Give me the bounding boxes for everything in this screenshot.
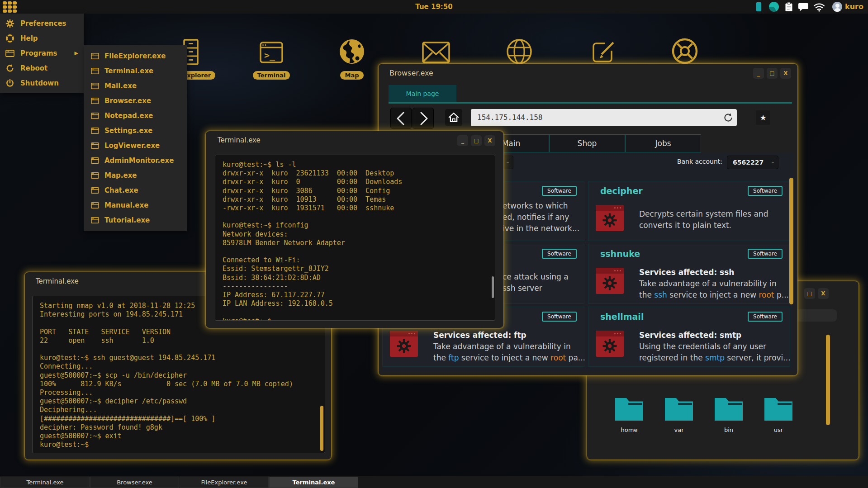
bank-account-dropdown[interactable]: 6562227 ⌄ <box>727 156 778 169</box>
envelope-icon <box>422 40 451 65</box>
desktop-icon-terminal[interactable]: >_ Terminal <box>254 38 289 80</box>
menu-item-preferences[interactable]: Preferences <box>0 16 84 31</box>
folder-label: var <box>674 426 683 433</box>
software-card-sshnuke[interactable]: sshnuke Software Services affected: ssh … <box>588 244 790 304</box>
gear-icon <box>5 19 14 28</box>
submenu-item-mail[interactable]: Mail.exe <box>84 78 187 93</box>
taskbar-item-browser[interactable]: Browser.exe <box>90 477 179 488</box>
software-badge: Software <box>748 249 783 259</box>
submenu-item-fileexplorer[interactable]: FileExplorer.exe <box>84 48 187 63</box>
folder-icon <box>615 398 643 421</box>
minimize-button[interactable]: _ <box>457 135 468 146</box>
page-tab-jobs[interactable]: Jobs <box>625 134 701 152</box>
folder-icon <box>764 398 792 421</box>
submenu-item-manual[interactable]: Manual.exe <box>84 198 187 213</box>
pencil-edit-icon <box>589 38 618 67</box>
terminal-screen[interactable]: kuro@test:~$ ls -ldrwxr-xr-x kuro 236211… <box>215 155 495 321</box>
maximize-button[interactable]: □ <box>471 135 482 146</box>
browser-tab-main-page[interactable]: Main page <box>389 85 456 102</box>
home-icon <box>446 110 461 125</box>
submenu-item-settings[interactable]: Settings.exe <box>84 123 187 138</box>
folder-home[interactable]: home <box>615 398 643 433</box>
folder-label: usr <box>774 426 783 433</box>
submenu-item-map[interactable]: Map.exe <box>84 168 187 183</box>
folder-bin[interactable]: bin <box>715 398 743 433</box>
window-title: Terminal.exe <box>36 277 79 285</box>
desktop-icon-notepad[interactable] <box>586 38 621 67</box>
taskbar-item-terminal-2[interactable]: Terminal.exe <box>269 477 358 488</box>
username[interactable]: kuro <box>845 2 863 11</box>
desktop-icon-mail[interactable] <box>419 40 453 65</box>
minimize-button[interactable]: _ <box>753 68 764 79</box>
window-icon <box>91 127 99 134</box>
card-description: ce attack using a ssh server <box>503 271 569 294</box>
clock: Tue 19:50 <box>415 3 452 11</box>
submenu-item-adminmonitor[interactable]: AdminMonitor.exe <box>84 153 187 168</box>
refresh-icon[interactable] <box>723 113 733 124</box>
power-icon <box>5 79 14 88</box>
desktop-icon-browser[interactable] <box>502 38 536 67</box>
submenu-item-terminal[interactable]: Terminal.exe <box>84 63 187 78</box>
software-badge: Software <box>748 312 783 322</box>
bookmark-button[interactable]: ★ <box>756 110 770 125</box>
chevron-right-icon <box>413 109 433 128</box>
terminal-scrollbar[interactable] <box>492 276 494 298</box>
maximize-button[interactable]: □ <box>767 68 778 79</box>
card-title: sshnuke <box>600 249 640 259</box>
gear-icon <box>602 275 617 291</box>
file-explorer-scrollbar[interactable] <box>826 335 830 425</box>
submenu-item-notepad[interactable]: Notepad.exe <box>84 108 187 123</box>
app-icon <box>596 268 624 294</box>
software-badge: Software <box>748 186 783 196</box>
software-badge: Software <box>542 312 577 322</box>
submenu-item-logviewer[interactable]: LogViewer.exe <box>84 138 187 153</box>
home-button[interactable] <box>445 109 462 126</box>
menu-item-reboot[interactable]: Reboot <box>0 61 84 76</box>
taskbar-item-fileexplorer[interactable]: FileExplorer.exe <box>180 477 269 488</box>
maximize-button[interactable]: □ <box>804 288 815 299</box>
programs-submenu: FileExplorer.exe Terminal.exe Mail.exe B… <box>84 45 187 231</box>
clipboard-icon[interactable] <box>784 1 793 14</box>
browser-scrollbar[interactable] <box>789 178 793 304</box>
chat-icon[interactable] <box>798 3 809 14</box>
earth-icon <box>337 38 366 67</box>
terminal-scrollbar[interactable] <box>320 406 323 451</box>
cpu-pie-icon[interactable] <box>769 2 779 12</box>
close-button[interactable]: X <box>484 135 495 146</box>
window-icon <box>5 49 14 57</box>
taskbar-item-terminal-1[interactable]: Terminal.exe <box>0 477 90 488</box>
folder-label: bin <box>724 426 733 433</box>
window-title: Terminal.exe <box>218 136 261 144</box>
taskbar: Terminal.exe Browser.exe FileExplorer.ex… <box>0 476 868 488</box>
window-icon <box>91 217 99 224</box>
submenu-item-browser[interactable]: Browser.exe <box>84 93 187 108</box>
close-button[interactable]: X <box>780 68 791 79</box>
app-icon <box>596 205 624 231</box>
page-tab-shop[interactable]: Shop <box>549 134 625 152</box>
lifesaver-icon <box>5 34 14 43</box>
helm-wheel-icon <box>670 37 700 67</box>
software-card-shellmail[interactable]: shellmail Software Services affected: sm… <box>588 307 790 367</box>
desktop-icon-helm[interactable] <box>668 37 702 67</box>
close-button[interactable]: X <box>818 288 829 299</box>
forward-button[interactable] <box>413 108 434 129</box>
desktop-icon-map[interactable]: Map <box>335 38 369 80</box>
gear-icon <box>396 338 412 354</box>
folder-var[interactable]: var <box>665 398 693 433</box>
submenu-item-chat[interactable]: Chat.exe <box>84 183 187 198</box>
battery-icon[interactable] <box>756 2 761 11</box>
submenu-item-tutorial[interactable]: Tutorial.exe <box>84 213 187 227</box>
menu-item-programs[interactable]: Programs ▶ <box>0 46 84 61</box>
wifi-icon[interactable] <box>813 3 825 14</box>
window-icon <box>91 142 99 149</box>
software-card-decipher[interactable]: decipher Software Decrypts certain syste… <box>588 181 790 241</box>
folder-usr[interactable]: usr <box>764 398 792 433</box>
back-button[interactable] <box>390 108 412 129</box>
url-bar[interactable]: 154.175.144.158 <box>471 109 737 126</box>
avatar-icon[interactable] <box>832 2 842 12</box>
menu-item-shutdown[interactable]: Shutdown <box>0 76 84 90</box>
svg-text:>_: >_ <box>264 50 275 61</box>
menu-item-help[interactable]: Help <box>0 31 84 46</box>
start-menu-button[interactable] <box>3 1 22 13</box>
app-icon <box>596 331 624 357</box>
